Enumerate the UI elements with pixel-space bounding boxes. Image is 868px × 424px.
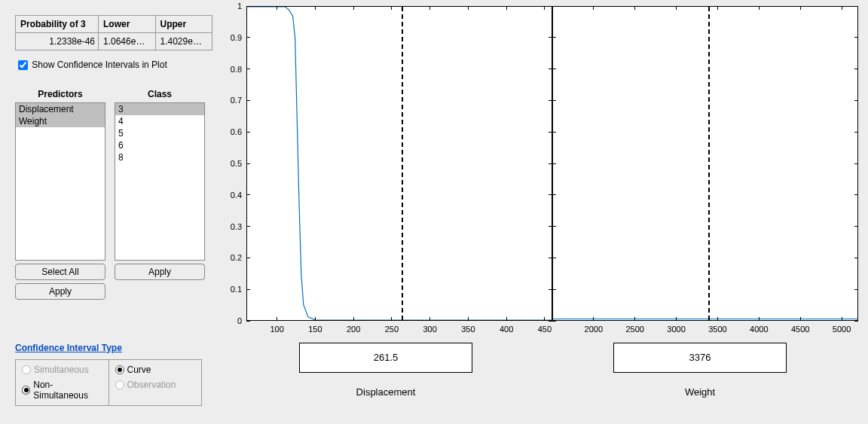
y-tick-label: 0.8 [231, 65, 242, 74]
list-item[interactable]: 4 [115, 115, 204, 127]
xlabel-displacement: Displacement [356, 386, 416, 398]
show-ci-label: Show Confidence Intervals in Plot [32, 59, 167, 70]
y-tick-label: 0.7 [231, 96, 242, 105]
radio-icon [115, 365, 124, 374]
radio-icon [115, 380, 124, 389]
x-tick-label: 2500 [625, 325, 643, 334]
list-item[interactable]: 8 [115, 151, 204, 163]
predictors-header: Predictors [38, 89, 82, 99]
x-tick-label: 250 [385, 325, 399, 334]
x-tick-label: 5000 [833, 325, 851, 334]
x-tick-label: 3000 [667, 325, 685, 334]
radio-simultaneous: Simultaneous [22, 365, 102, 375]
show-ci-row[interactable]: Show Confidence Intervals in Plot [15, 58, 212, 72]
x-tick-label: 300 [423, 325, 436, 334]
x-tick-label: 2000 [585, 325, 603, 334]
y-tick-label: 0 [237, 316, 242, 325]
x-tick-label: 150 [308, 325, 322, 334]
apply-class-button[interactable]: Apply [115, 264, 205, 280]
y-tick-label: 0.5 [231, 159, 242, 168]
class-header: Class [148, 89, 172, 99]
x-tick-label: 350 [461, 325, 475, 334]
y-tick-label: 1 [237, 2, 242, 11]
y-tick-label: 0.9 [231, 33, 242, 42]
show-ci-checkbox[interactable] [18, 60, 28, 70]
radio-curve[interactable]: Curve [115, 365, 196, 375]
reference-line-displacement[interactable] [402, 7, 403, 320]
y-tick-label: 0.4 [231, 191, 242, 200]
table-row: 1.2338e-46 1.0646e… 1.4029e… [16, 33, 212, 50]
y-tick-label: 0.1 [231, 285, 242, 294]
select-all-button[interactable]: Select All [15, 264, 105, 280]
weight-value-input[interactable]: 3376 [613, 343, 787, 373]
probability-table: Probability of 3 Lower Upper 1.2338e-46 … [15, 15, 212, 50]
y-tick-label: 0.2 [231, 253, 242, 262]
x-tick-label: 100 [270, 325, 283, 334]
y-tick-label: 0.3 [231, 222, 242, 231]
list-item[interactable]: 5 [115, 127, 204, 139]
list-item[interactable]: 6 [115, 139, 204, 151]
displacement-value-input[interactable]: 261.5 [299, 343, 472, 373]
radio-icon [22, 386, 30, 395]
class-listbox[interactable]: 34568 [115, 102, 205, 261]
ci-type-box: Simultaneous Non-Simultaneous Curve Obse… [15, 359, 202, 406]
radio-nonsimultaneous[interactable]: Non-Simultaneous [22, 380, 102, 401]
x-tick-label: 200 [347, 325, 360, 334]
col-upper: Upper [155, 16, 212, 33]
apply-predictors-button[interactable]: Apply [15, 283, 105, 300]
reference-line-weight[interactable] [708, 7, 710, 320]
curve-weight [553, 319, 857, 319]
x-tick-label: 4500 [791, 325, 809, 334]
axes-displacement[interactable] [246, 6, 552, 321]
xlabel-weight: Weight [685, 386, 715, 398]
x-tick-label: 400 [500, 325, 513, 334]
ci-type-link[interactable]: Confidence Interval Type [15, 343, 122, 353]
radio-observation: Observation [115, 380, 196, 390]
x-tick-label: 450 [538, 325, 552, 334]
x-tick-label: 3500 [708, 325, 726, 334]
list-item[interactable]: Displacement [16, 103, 105, 115]
list-item[interactable]: Weight [16, 115, 105, 127]
list-item[interactable]: 3 [115, 103, 204, 115]
x-tick-label: 4000 [750, 325, 768, 334]
col-lower: Lower [99, 16, 155, 33]
radio-icon [22, 365, 31, 374]
plot-area: 261.5 3376 Displacement Weight 00.10.20.… [224, 2, 864, 420]
predictors-listbox[interactable]: DisplacementWeight [15, 102, 105, 261]
col-prob: Probability of 3 [16, 16, 99, 33]
y-tick-label: 0.6 [231, 127, 242, 136]
axes-weight[interactable] [552, 6, 858, 321]
